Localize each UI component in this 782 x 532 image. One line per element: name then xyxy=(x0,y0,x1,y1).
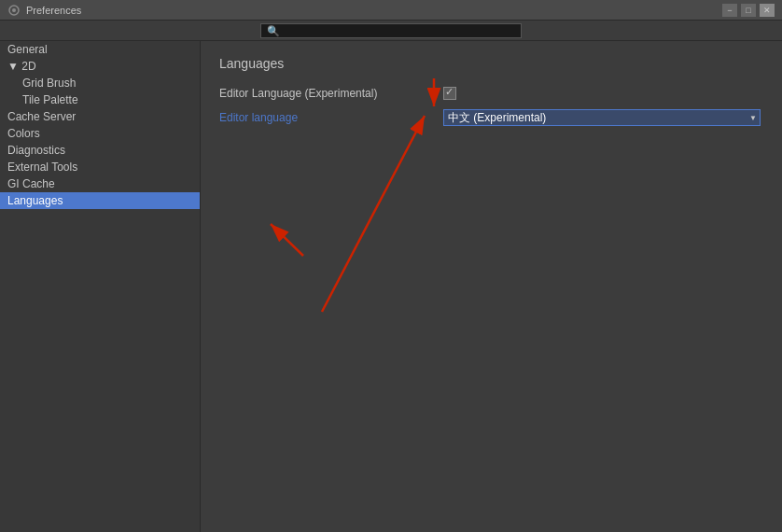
sidebar-item-grid-brush[interactable]: Grid Brush xyxy=(0,75,200,91)
language-dropdown-wrapper: 中文 (Experimental) English 日本語 한국어 xyxy=(443,109,761,126)
editor-language-row: Editor Language (Experimental) xyxy=(219,84,763,103)
title-bar: Preferences − □ ✕ xyxy=(0,0,782,21)
preferences-icon xyxy=(7,4,21,17)
editor-language-checkbox[interactable] xyxy=(443,87,456,100)
page-title: Languages xyxy=(219,56,763,71)
sidebar-item-external-tools[interactable]: External Tools xyxy=(0,159,200,175)
editor-language-link[interactable]: Editor language xyxy=(219,111,443,124)
sidebar-item-diagnostics[interactable]: Diagnostics xyxy=(0,142,200,159)
sidebar-item-colors[interactable]: Colors xyxy=(0,125,200,142)
svg-point-1 xyxy=(12,8,16,12)
sidebar-item-gi-cache[interactable]: GI Cache xyxy=(0,175,200,192)
language-dropdown[interactable]: 中文 (Experimental) English 日本語 한국어 xyxy=(443,109,761,126)
main-layout: General ▼ 2D Grid Brush Tile Palette Cac… xyxy=(0,41,782,532)
close-button[interactable]: ✕ xyxy=(760,4,775,17)
sidebar: General ▼ 2D Grid Brush Tile Palette Cac… xyxy=(0,41,201,532)
search-bar xyxy=(0,21,782,41)
title-bar-controls[interactable]: − □ ✕ xyxy=(722,4,775,17)
editor-language-dropdown-row: Editor language 中文 (Experimental) Englis… xyxy=(219,108,763,127)
title-bar-left: Preferences xyxy=(7,4,81,17)
editor-language-label: Editor Language (Experimental) xyxy=(219,87,443,100)
search-input[interactable] xyxy=(260,23,522,38)
minimize-button[interactable]: − xyxy=(722,4,737,17)
content-area: Languages Editor Language (Experimental)… xyxy=(201,41,782,532)
title-bar-text: Preferences xyxy=(26,5,81,16)
svg-line-5 xyxy=(271,224,303,256)
sidebar-item-2d[interactable]: ▼ 2D xyxy=(0,58,200,75)
sidebar-item-tile-palette[interactable]: Tile Palette xyxy=(0,91,200,108)
svg-line-3 xyxy=(322,116,425,312)
sidebar-item-general[interactable]: General xyxy=(0,41,200,58)
sidebar-item-cache-server[interactable]: Cache Server xyxy=(0,108,200,125)
sidebar-item-languages[interactable]: Languages xyxy=(0,192,200,209)
maximize-button[interactable]: □ xyxy=(741,4,756,17)
